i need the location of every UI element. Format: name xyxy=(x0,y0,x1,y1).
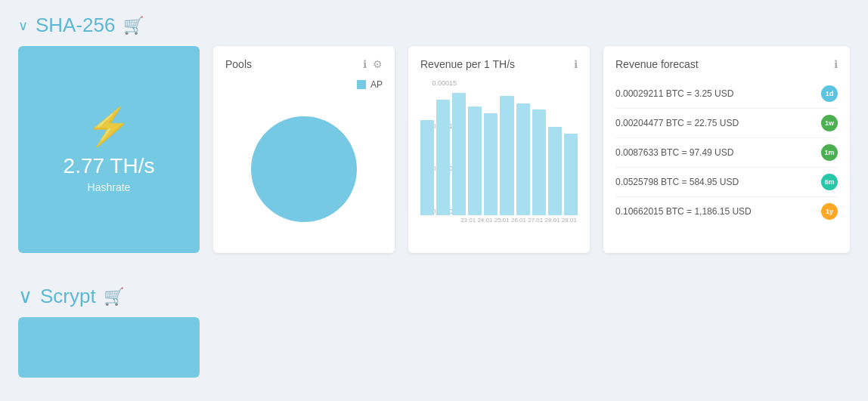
pools-settings-icon[interactable]: ⚙ xyxy=(373,58,383,70)
revenue-ths-card: Revenue per 1 TH/s ℹ 0.00015 0.00010 0.0… xyxy=(408,46,590,253)
forecast-badge-1y: 1y xyxy=(821,203,838,220)
scrypt-header: ∨ Scrypt 🛒 xyxy=(18,285,850,308)
bar-6 xyxy=(500,96,513,215)
pools-info-icon[interactable]: ℹ xyxy=(363,58,367,70)
pools-card: Pools ℹ ⚙ AP xyxy=(213,46,395,253)
x-label-7: 29.01 xyxy=(562,217,577,224)
forecast-badge-6m: 6m xyxy=(821,174,838,190)
hashrate-label: Hashrate xyxy=(88,181,131,193)
sha256-header: ∨ SHA-256 🛒 xyxy=(0,0,868,46)
bar-3 xyxy=(452,93,466,215)
x-labels: 23.01 24.01 25.01 26.01 27.01 28.01 29.0… xyxy=(420,217,578,224)
forecast-row-1y: 0.10662015 BTC = 1,186.15 USD 1y xyxy=(615,197,838,226)
forecast-text-1m: 0.0087633 BTC = 97.49 USD xyxy=(615,147,815,159)
pool-legend-box xyxy=(357,80,366,89)
forecast-info-icon[interactable]: ℹ xyxy=(834,58,838,70)
forecast-badge-1w: 1w xyxy=(821,115,838,131)
forecast-row-1d: 0.00029211 BTC = 3.25 USD 1d xyxy=(615,79,838,109)
bar-chart-area xyxy=(420,79,578,215)
pie-container xyxy=(225,97,383,241)
forecast-header: Revenue forecast ℹ xyxy=(615,58,838,70)
forecast-text-1d: 0.00029211 BTC = 3.25 USD xyxy=(615,88,815,100)
pool-legend: AP xyxy=(225,79,383,90)
pools-title: Pools xyxy=(225,58,252,70)
revenue-ths-icons: ℹ xyxy=(574,58,578,70)
pools-icons: ℹ ⚙ xyxy=(363,58,383,70)
forecast-text-6m: 0.0525798 BTC = 584.95 USD xyxy=(615,176,815,189)
forecast-row-6m: 0.0525798 BTC = 584.95 USD 6m xyxy=(615,168,838,197)
hashrate-value: 2.77 TH/s xyxy=(64,154,155,178)
bar-9 xyxy=(548,127,562,215)
sha256-chevron[interactable]: ∨ xyxy=(18,17,28,34)
sha256-cards-row: ⚡ 2.77 TH/s Hashrate Pools ℹ ⚙ AP xyxy=(0,46,868,271)
x-label-4: 26.01 xyxy=(511,217,526,224)
page: ∨ SHA-256 🛒 ⚡ 2.77 TH/s Hashrate Pools ℹ… xyxy=(0,0,868,401)
bar-7 xyxy=(516,103,530,215)
pools-pie-chart xyxy=(243,109,364,230)
scrypt-cart-icon[interactable]: 🛒 xyxy=(104,287,124,307)
x-label-2: 24.01 xyxy=(477,217,492,224)
bar-5 xyxy=(484,113,498,215)
bar-chart-container: 0.00015 0.00010 0.00005 0.00000 xyxy=(420,79,578,230)
bolt-icon: ⚡ xyxy=(86,106,132,148)
forecast-title: Revenue forecast xyxy=(615,58,699,70)
svg-point-0 xyxy=(251,116,357,222)
scrypt-chevron[interactable]: ∨ xyxy=(18,285,33,308)
scrypt-title: Scrypt xyxy=(40,285,96,308)
forecast-row-1m: 0.0087633 BTC = 97.49 USD 1m xyxy=(615,138,838,168)
forecast-badge-1d: 1d xyxy=(821,85,838,102)
hashrate-card: ⚡ 2.77 TH/s Hashrate xyxy=(18,46,200,253)
revenue-ths-title: Revenue per 1 TH/s xyxy=(420,58,515,70)
scrypt-section: ∨ Scrypt 🛒 xyxy=(0,271,868,378)
forecast-card: Revenue forecast ℹ 0.00029211 BTC = 3.25… xyxy=(603,46,850,253)
scrypt-hashrate-stub xyxy=(18,317,200,378)
revenue-ths-header: Revenue per 1 TH/s ℹ xyxy=(420,58,578,70)
bar-2 xyxy=(436,100,450,215)
forecast-text-1y: 0.10662015 BTC = 1,186.15 USD xyxy=(615,205,815,218)
forecast-text-1w: 0.00204477 BTC = 22.75 USD xyxy=(615,117,815,130)
x-label-1: 23.01 xyxy=(460,217,476,224)
sha256-title: SHA-256 xyxy=(36,14,116,37)
bar-4 xyxy=(468,106,482,215)
sha256-cart-icon[interactable]: 🛒 xyxy=(123,16,144,35)
forecast-row-1w: 0.00204477 BTC = 22.75 USD 1w xyxy=(615,109,838,138)
revenue-ths-info-icon[interactable]: ℹ xyxy=(574,58,578,70)
x-label-6: 28.01 xyxy=(545,217,560,224)
bar-8 xyxy=(532,110,546,215)
x-label-3: 25.01 xyxy=(494,217,510,224)
bar-10 xyxy=(564,134,578,215)
pools-card-header: Pools ℹ ⚙ xyxy=(225,58,383,70)
bar-1 xyxy=(420,120,434,215)
pool-legend-label: AP xyxy=(370,79,383,90)
x-label-5: 27.01 xyxy=(528,217,543,224)
forecast-badge-1m: 1m xyxy=(821,144,838,161)
forecast-icons: ℹ xyxy=(834,58,838,70)
bottom-cards-row xyxy=(18,317,850,378)
